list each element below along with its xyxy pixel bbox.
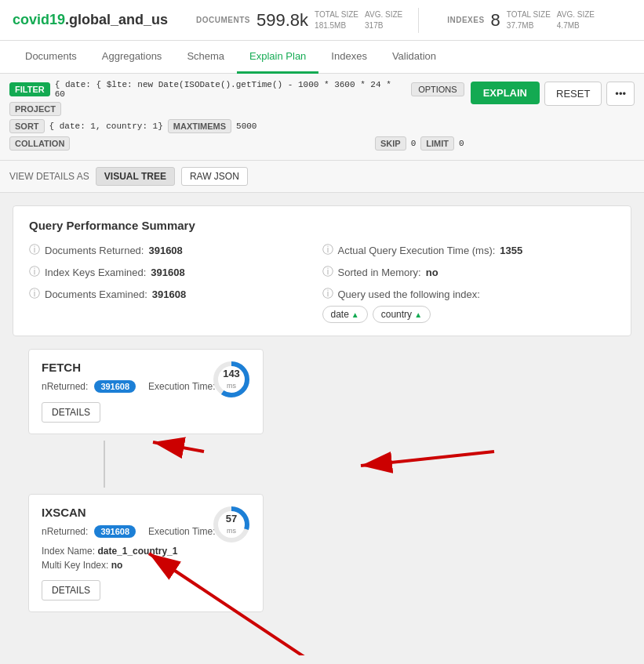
info-icon-1: ⓘ <box>29 243 40 257</box>
tab-indexes[interactable]: Indexes <box>318 41 380 74</box>
svg-line-5 <box>153 442 204 452</box>
ixscan-nreturned-value: 391608 <box>94 525 136 538</box>
stage-connector <box>104 441 105 488</box>
annotation-arrow-sorted <box>267 436 518 483</box>
arrow-up-date: ▲ <box>351 310 359 319</box>
fetch-details-button[interactable]: DETAILS <box>42 402 100 423</box>
more-button[interactable]: ••• <box>606 82 635 106</box>
index-tag-date: date ▲ <box>322 306 368 323</box>
documents-value: 599.8k <box>257 10 308 31</box>
fetch-stage-card: FETCH nReturned: 391608 Execution Time: <box>28 349 264 434</box>
fetch-donut: 143 ms <box>211 359 252 400</box>
indexes-avg: AVG. SIZE 4.7MB <box>557 9 595 31</box>
info-icon-5: ⓘ <box>322 265 333 279</box>
documents-label: DOCUMENTS <box>196 16 250 24</box>
collation-badge[interactable]: COLLATION <box>9 136 70 151</box>
sort-badge[interactable]: SORT <box>9 119 45 133</box>
index-tags: date ▲ country ▲ <box>322 306 616 323</box>
sorted-label: Sorted in Memory: <box>338 267 421 278</box>
view-label: VIEW DETAILS AS <box>9 171 89 182</box>
summary-title: Query Performance Summary <box>29 219 615 232</box>
query-bar: FILTER { date: { $lte: new Date(ISODate(… <box>0 74 644 161</box>
info-icon-2: ⓘ <box>29 265 40 279</box>
filter-code: { date: { $lte: new Date(ISODate().getTi… <box>55 80 406 99</box>
docs-examined-value: 391608 <box>152 288 186 300</box>
annotation-arrow-index <box>78 538 392 655</box>
divider <box>418 8 419 33</box>
summary-card: Query Performance Summary ⓘ Documents Re… <box>13 205 631 336</box>
exec-time-label: Actual Query Execution Time (ms): <box>338 245 496 256</box>
tabs-bar: Documents Aggregations Schema Explain Pl… <box>0 41 644 74</box>
filter-badge[interactable]: FILTER <box>9 82 50 96</box>
info-icon-4: ⓘ <box>322 243 333 257</box>
maxtimems-badge[interactable]: MAXTIMEMS <box>168 119 231 133</box>
sorted-value: no <box>426 267 438 278</box>
index-keys-value: 391608 <box>151 267 184 278</box>
info-icon-3: ⓘ <box>29 287 40 301</box>
fetch-exectime-label: Execution Time: <box>148 381 215 392</box>
tab-schema[interactable]: Schema <box>174 41 237 74</box>
exec-time-value: 1355 <box>500 245 522 256</box>
project-badge[interactable]: PROJECT <box>9 102 61 116</box>
limit-badge[interactable]: LIMIT <box>420 136 454 151</box>
db-title: covid19.global_and_us <box>13 12 168 28</box>
maxtimems-value: 5000 <box>236 122 257 131</box>
sort-code: { date: 1, country: 1} <box>49 122 163 131</box>
indexes-sub: TOTAL SIZE 37.7MB <box>507 9 551 31</box>
docs-returned-label: Documents Returned: <box>45 245 144 256</box>
tab-validation[interactable]: Validation <box>380 41 449 74</box>
tab-explain-plan[interactable]: Explain Plan <box>237 41 318 74</box>
options-badge[interactable]: OPTIONS <box>411 82 464 96</box>
svg-line-7 <box>361 452 494 466</box>
limit-value: 0 <box>459 139 464 148</box>
ixscan-exectime-label: Execution Time: <box>148 526 215 537</box>
index-keys-label: Index Keys Examined: <box>45 267 146 278</box>
main-content: Query Performance Summary ⓘ Documents Re… <box>0 193 644 631</box>
index-used-label: Query used the following index: <box>338 288 480 300</box>
index-tag-country: country ▲ <box>373 306 431 323</box>
skip-value: 0 <box>411 139 417 148</box>
ixscan-donut-value: 57 ms <box>226 513 237 536</box>
documents-avg: AVG. SIZE 317B <box>365 9 402 31</box>
svg-line-9 <box>149 553 314 655</box>
docs-returned-value: 391608 <box>148 245 182 256</box>
tab-documents[interactable]: Documents <box>13 41 89 74</box>
docs-examined-label: Documents Examined: <box>45 288 147 300</box>
explain-button[interactable]: EXPLAIN <box>471 82 540 104</box>
fetch-donut-value: 143 ms <box>223 368 240 391</box>
info-icon-6: ⓘ <box>322 287 333 301</box>
fetch-nreturned-label: nReturned: <box>42 381 88 392</box>
documents-sub: TOTAL SIZE 181.5MB <box>315 9 358 31</box>
view-toggle-bar: VIEW DETAILS AS VISUAL TREE RAW JSON <box>0 161 644 193</box>
ixscan-nreturned-label: nReturned: <box>42 526 88 537</box>
skip-badge[interactable]: SKIP <box>375 136 406 151</box>
arrow-up-country: ▲ <box>414 310 422 319</box>
visual-tree-btn[interactable]: VISUAL TREE <box>96 167 175 186</box>
tab-aggregations[interactable]: Aggregations <box>89 41 175 74</box>
raw-json-btn[interactable]: RAW JSON <box>181 167 248 186</box>
indexes-value: 8 <box>491 10 500 31</box>
indexes-label: INDEXES <box>447 16 484 24</box>
reset-button[interactable]: RESET <box>544 82 602 106</box>
fetch-nreturned-value: 391608 <box>94 380 136 393</box>
